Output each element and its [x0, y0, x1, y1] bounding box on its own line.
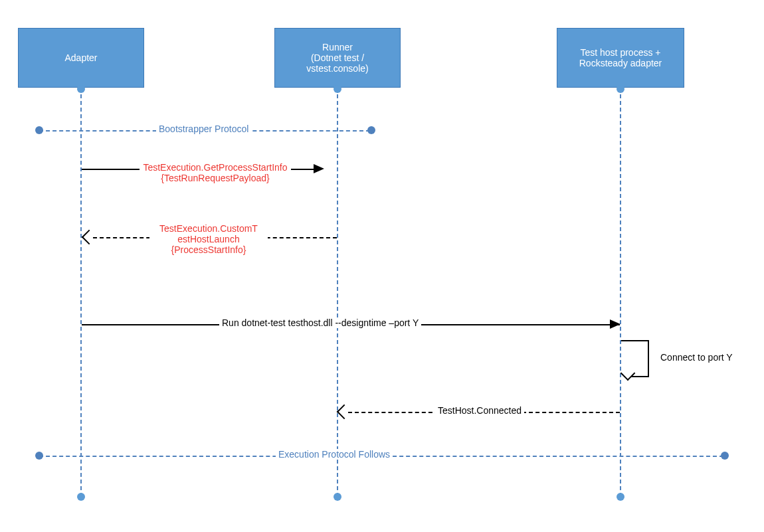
divider-dot: [35, 452, 43, 460]
lifeline-dot: [617, 493, 624, 501]
arrowhead-right-solid-icon: [610, 319, 621, 329]
lifeline-dot: [77, 493, 85, 501]
msg-testhost-connected-label: TestHost.Connected: [435, 405, 524, 416]
msg2-line3: {ProcessStartInfo}: [171, 244, 246, 255]
lifeline-dot: [334, 85, 341, 93]
self-msg-connect-top: [621, 340, 649, 341]
msg1-line2: {TestRunRequestPayload}: [161, 173, 269, 183]
divider-dot: [367, 126, 375, 134]
lifeline-dot: [334, 493, 341, 501]
msg2-line2: estHostLaunch: [177, 234, 239, 244]
self-msg-connect-label: Connect to port Y: [658, 352, 735, 363]
lifeline-testhost: [620, 88, 621, 497]
arrowhead-right-solid-icon: [314, 164, 324, 173]
msg-get-process-start-info-label: TestExecution.GetProcessStartInfo {TestR…: [140, 162, 291, 183]
msg-run-dotnet-test-label: Run dotnet-test testhost.dll --designtim…: [219, 317, 421, 328]
participant-adapter-label: Adapter: [64, 52, 97, 63]
arrowhead-left-open-icon: [337, 404, 352, 420]
participant-runner-label: Runner(Dotnet test / vstest.console): [280, 42, 395, 74]
self-msg-connect-bottom: [631, 376, 649, 377]
lifeline-adapter: [80, 88, 82, 497]
participant-testhost-label: Test host process + Rocksteady adapter: [563, 47, 678, 68]
msg1-line1: TestExecution.GetProcessStartInfo: [143, 162, 287, 173]
divider-dot: [35, 126, 43, 134]
msg2-line1: TestExecution.CustomT: [159, 223, 258, 234]
participant-adapter: Adapter: [18, 28, 144, 88]
lifeline-dot: [617, 85, 624, 93]
participant-testhost: Test host process + Rocksteady adapter: [557, 28, 684, 88]
lifeline-runner: [337, 88, 338, 497]
lifeline-dot: [77, 85, 85, 93]
divider-bootstrapper-label: Bootstrapper Protocol: [156, 124, 251, 134]
arrowhead-left-open-icon: [82, 230, 97, 245]
self-msg-connect-side: [648, 340, 649, 376]
divider-dot: [721, 452, 729, 460]
msg-custom-testhost-launch-label: TestExecution.CustomT estHostLaunch {Pro…: [149, 223, 268, 255]
participant-runner: Runner(Dotnet test / vstest.console): [274, 28, 401, 88]
divider-execution-protocol-label: Execution Protocol Follows: [276, 449, 393, 460]
arrowhead-down-open-icon: [621, 366, 636, 381]
